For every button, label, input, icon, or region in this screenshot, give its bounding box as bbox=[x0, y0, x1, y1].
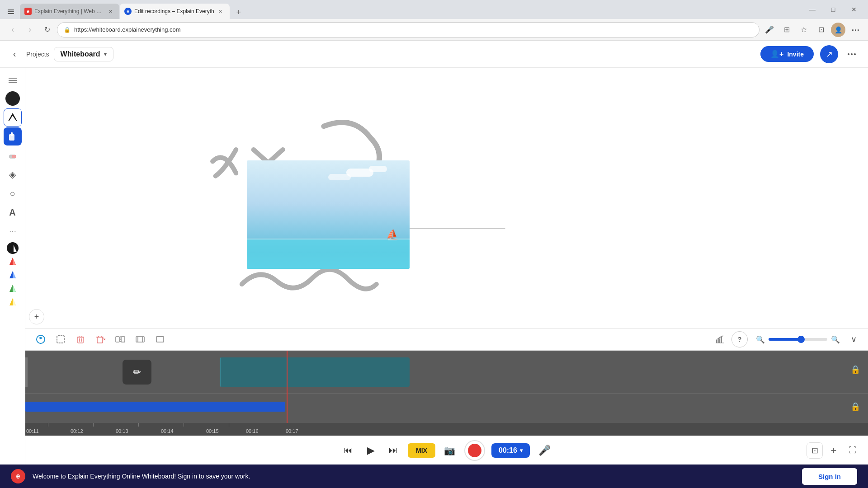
record-button[interactable] bbox=[464, 440, 485, 461]
share-button[interactable]: ↗ bbox=[820, 45, 838, 63]
sidebar-toggle[interactable] bbox=[4, 5, 18, 19]
color-swatch-red[interactable] bbox=[7, 256, 19, 267]
back-nav-button[interactable]: ‹ bbox=[5, 23, 20, 37]
shapes-tool-button[interactable]: ○ bbox=[4, 184, 22, 202]
refresh-button[interactable]: ↻ bbox=[40, 23, 54, 37]
project-title-chevron: ▾ bbox=[104, 51, 107, 57]
more-tools-button[interactable]: ⋯ bbox=[4, 223, 22, 239]
mic-record-button[interactable]: 🎤 bbox=[536, 442, 553, 459]
projects-back-button[interactable]: ‹ bbox=[7, 47, 22, 61]
left-toolbar: ◈ ○ A ⋯ bbox=[0, 68, 25, 465]
svg-rect-2 bbox=[8, 13, 14, 14]
extension-button[interactable]: ⊞ bbox=[779, 23, 794, 37]
rewind-button[interactable]: ⏮ bbox=[340, 442, 356, 459]
time-mark-12: 00:12 bbox=[71, 428, 83, 434]
address-bar[interactable]: 🔒 https://whiteboard.explaineverything.c… bbox=[57, 22, 760, 38]
lock-track-1[interactable]: 🔒 bbox=[849, 363, 862, 376]
eraser-tool-button[interactable] bbox=[4, 146, 22, 164]
project-title-text: Whiteboard bbox=[61, 50, 100, 58]
color-swatches bbox=[7, 242, 19, 308]
camera-button[interactable]: 📷 bbox=[442, 442, 458, 459]
boat-icon: ⛵ bbox=[386, 229, 398, 241]
video-clip-block[interactable] bbox=[220, 357, 410, 387]
color-swatch-black[interactable] bbox=[7, 242, 19, 254]
time-mark-15: 00:15 bbox=[206, 428, 219, 434]
timeline-tracks-area: ✏ 🔒 🔒 bbox=[25, 351, 868, 423]
playhead[interactable] bbox=[287, 351, 288, 423]
banner-text: Welcome to Explain Everything Online Whi… bbox=[33, 473, 802, 480]
time-mark-14: 00:14 bbox=[161, 428, 174, 434]
trim-button[interactable] bbox=[152, 331, 168, 347]
highlight-tool-button[interactable] bbox=[4, 127, 22, 145]
zoom-thumb[interactable] bbox=[797, 336, 805, 343]
app-more-button[interactable] bbox=[843, 45, 861, 63]
tab2-label: Edit recordings – Explain Everyth bbox=[134, 8, 214, 14]
lock-track-2[interactable]: 🔒 bbox=[849, 400, 862, 413]
menu-tool-button[interactable] bbox=[4, 72, 22, 89]
maximize-button[interactable]: □ bbox=[823, 0, 844, 19]
delete-all-button[interactable] bbox=[92, 331, 108, 347]
pen-tool-button[interactable] bbox=[4, 108, 22, 127]
svg-rect-34 bbox=[718, 338, 720, 343]
play-button[interactable]: ▶ bbox=[363, 442, 379, 459]
invite-icon: 👤+ bbox=[770, 50, 783, 58]
banner-logo: e bbox=[11, 469, 25, 483]
profile-button[interactable]: 👤 bbox=[831, 23, 845, 37]
fast-forward-button[interactable]: ⏭ bbox=[385, 442, 401, 459]
app-header: ‹ Projects Whiteboard ▾ 👤+ Invite ↗ bbox=[0, 41, 868, 68]
expand-timeline-button[interactable]: ∨ bbox=[846, 332, 861, 347]
clip-edit-icon[interactable]: ✏ bbox=[123, 360, 151, 385]
cloud-2 bbox=[369, 166, 387, 172]
playback-controls: ⏮ ▶ ⏭ MIX 📷 00:16 ▾ 🎤 ⊡ bbox=[25, 436, 868, 465]
browser-more-button[interactable]: ⋯ bbox=[848, 23, 863, 37]
tab1-close[interactable]: ✕ bbox=[107, 8, 114, 15]
projects-label[interactable]: Projects bbox=[26, 51, 49, 58]
crop-clip-button[interactable] bbox=[132, 331, 148, 347]
help-button[interactable]: ? bbox=[731, 331, 748, 347]
clip-tool-button[interactable] bbox=[33, 331, 49, 347]
time-chevron: ▾ bbox=[520, 447, 523, 454]
fullscreen-button[interactable]: ⛶ bbox=[844, 442, 861, 459]
zoom-controls: 🔍 🔍 bbox=[755, 334, 841, 345]
playback-right-controls: ⊡ + ⛶ bbox=[807, 442, 861, 459]
collections-button[interactable]: ⊡ bbox=[814, 23, 828, 37]
browser-tab-1[interactable]: e Explain Everything | Web W... ✕ bbox=[20, 4, 119, 19]
whiteboard-canvas[interactable]: ⛵ + bbox=[25, 68, 868, 328]
select-tool-button[interactable] bbox=[52, 331, 69, 347]
app-container: ‹ Projects Whiteboard ▾ 👤+ Invite ↗ bbox=[0, 41, 868, 465]
svg-rect-1 bbox=[8, 11, 14, 12]
zoom-in-canvas-button[interactable]: + bbox=[29, 309, 44, 324]
track-1: ✏ bbox=[25, 351, 868, 394]
mic-toolbar-button[interactable]: 🎤 bbox=[762, 23, 777, 37]
browser-tab-2[interactable]: e Edit recordings – Explain Everyth ✕ bbox=[120, 4, 230, 19]
color-swatch-blue[interactable] bbox=[7, 269, 19, 281]
minimize-button[interactable]: — bbox=[802, 0, 823, 19]
zoom-in-button[interactable]: 🔍 bbox=[830, 334, 841, 345]
add-clip-button[interactable]: + bbox=[826, 442, 842, 459]
delete-clip-button[interactable] bbox=[72, 331, 89, 347]
mix-button[interactable]: MIX bbox=[408, 443, 435, 458]
add-scene-button[interactable]: ⊡ bbox=[807, 442, 823, 459]
close-button[interactable]: ✕ bbox=[844, 0, 864, 19]
color-swatch-yellow[interactable] bbox=[7, 296, 19, 308]
chart-button[interactable] bbox=[712, 331, 728, 347]
split-clip-button[interactable] bbox=[112, 331, 128, 347]
zoom-slider-container[interactable] bbox=[769, 338, 827, 341]
zoom-out-button[interactable]: 🔍 bbox=[755, 334, 766, 345]
text-tool-button[interactable]: A bbox=[4, 203, 22, 221]
new-tab-button[interactable]: + bbox=[232, 5, 245, 19]
svg-rect-19 bbox=[97, 337, 103, 343]
fill-tool-button[interactable]: ◈ bbox=[4, 165, 22, 183]
favorites-button[interactable]: ☆ bbox=[797, 23, 811, 37]
audio-track-bar[interactable] bbox=[25, 402, 285, 412]
project-title-dropdown[interactable]: Whiteboard ▾ bbox=[54, 47, 113, 61]
color-swatch-green[interactable] bbox=[7, 283, 19, 295]
handwriting-svg bbox=[25, 68, 868, 328]
time-ruler: 00:11 00:12 00:13 00:14 00:15 00:16 00:1… bbox=[25, 423, 868, 436]
signin-button[interactable]: Sign In bbox=[802, 468, 857, 485]
color-selector[interactable] bbox=[5, 91, 20, 106]
invite-button[interactable]: 👤+ Invite bbox=[760, 46, 814, 62]
forward-nav-button[interactable]: › bbox=[23, 23, 37, 37]
time-display[interactable]: 00:16 ▾ bbox=[491, 443, 530, 458]
tab2-close[interactable]: ✕ bbox=[217, 8, 224, 15]
